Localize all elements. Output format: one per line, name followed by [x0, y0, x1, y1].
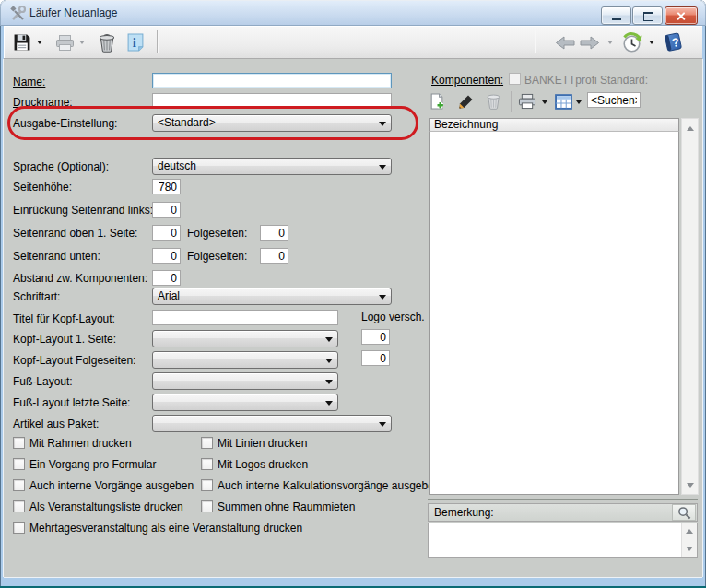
navigation-dropdown-arrow[interactable] — [607, 41, 613, 47]
checkbox-label: Mit Logos drucken — [218, 458, 308, 471]
print-button[interactable] — [53, 30, 76, 54]
suchen-input[interactable] — [587, 92, 641, 108]
sprache-select[interactable]: deutsch — [152, 158, 392, 175]
name-label: Name: — [13, 76, 45, 88]
logo-versch-1-input[interactable] — [361, 329, 390, 345]
komponenten-table-button[interactable] — [552, 90, 574, 112]
history-dropdown-arrow[interactable] — [649, 41, 654, 47]
toolbar-separator-right — [535, 30, 535, 53]
checkbox-label: Ein Vorgang pro Formular — [29, 458, 156, 471]
artikel-aus-paket-select[interactable] — [152, 415, 392, 432]
checkbox-label: Summen ohne Raummieten — [218, 500, 355, 513]
save-button[interactable] — [10, 30, 34, 54]
new-item-icon — [429, 93, 445, 110]
bemerkung-header: Bemerkung: — [428, 503, 698, 522]
chevron-down-icon — [325, 401, 333, 409]
bemerkung-zoom-button[interactable] — [672, 504, 696, 521]
titel-kopf-layout-input[interactable] — [152, 310, 338, 325]
scroll-down-button[interactable] — [682, 545, 697, 557]
checkbox-veranstaltungsliste[interactable] — [13, 500, 25, 512]
seitenhoehe-label: Seitenhöhe: — [13, 181, 72, 194]
print-dropdown-arrow[interactable] — [542, 100, 547, 107]
folgeseiten-unten-input[interactable] — [260, 248, 288, 264]
print-dropdown-arrow[interactable] — [79, 41, 85, 47]
table-dropdown-arrow[interactable] — [576, 100, 582, 107]
close-icon — [677, 11, 687, 21]
panel-splitter[interactable] — [428, 499, 698, 500]
history-clock-icon — [620, 31, 643, 54]
back-button[interactable] — [553, 30, 577, 54]
komponenten-list-scrollbar[interactable] — [681, 118, 699, 495]
ausgabe-einstellung-select[interactable]: <Standard> — [152, 114, 392, 132]
magnifier-icon — [677, 506, 691, 520]
einrueckung-input[interactable] — [152, 202, 181, 218]
kopf-layout-folgeseiten-label: Kopf-Layout Folgeseiten: — [13, 354, 135, 367]
name-input[interactable] — [152, 73, 392, 88]
triangle-down-icon — [687, 483, 694, 491]
main-toolbar: i — [4, 26, 702, 59]
komponente-edit-button[interactable] — [454, 90, 477, 112]
checkbox-mit-logos[interactable] — [201, 458, 213, 470]
scroll-up-button[interactable] — [682, 523, 697, 535]
triangle-up-icon — [686, 525, 693, 534]
toolbar-separator — [157, 30, 158, 53]
folgeseiten-oben-input[interactable] — [260, 225, 288, 241]
scroll-up-button[interactable] — [682, 119, 698, 134]
close-button[interactable] — [665, 6, 698, 25]
fuss-layout-select[interactable] — [152, 372, 338, 390]
abstand-input[interactable] — [152, 270, 181, 286]
minimize-button[interactable] — [601, 6, 631, 25]
chevron-down-icon — [325, 380, 333, 388]
folgeseiten-unten-label: Folgeseiten: — [187, 250, 247, 263]
forward-button[interactable] — [577, 30, 601, 54]
trash-icon — [486, 93, 501, 110]
komponente-delete-button[interactable] — [482, 90, 504, 112]
seitenrand-unten-input[interactable] — [152, 248, 181, 264]
druckname-label: Druckname: — [13, 96, 73, 109]
checkbox-interne-vorgaenge[interactable] — [13, 479, 25, 491]
help-book-icon: ? — [663, 31, 685, 53]
checkbox-kalkulationsvorgaenge[interactable] — [201, 479, 213, 491]
dialog-client-area: Name: Druckname: Ausgabe-Einstellung: Sp… — [4, 59, 702, 577]
bankettprofi-standard-label: BANKETTprofi Standard: — [524, 74, 648, 87]
seitenhoehe-input[interactable] — [152, 179, 181, 194]
bemerkung-textarea[interactable] — [428, 523, 698, 558]
maximize-button[interactable] — [632, 6, 663, 25]
kopf-layout-1-select[interactable] — [152, 330, 338, 347]
artikel-aus-paket-label: Artikel aus Paket: — [13, 417, 99, 430]
checkbox-mit-rahmen[interactable] — [13, 437, 25, 449]
fuss-layout-letzte-select[interactable] — [152, 394, 338, 411]
fuss-layout-letzte-label: Fuß-Layout letzte Seite: — [13, 396, 130, 409]
checkbox-bankettprofi-standard[interactable] — [509, 73, 521, 85]
titlebar[interactable]: Läufer Neuanlage — [0, 0, 706, 26]
maximize-icon — [643, 12, 653, 21]
list-header-bezeichnung[interactable]: Bezeichnung — [429, 118, 679, 132]
delete-button[interactable] — [95, 30, 119, 54]
komponenten-list[interactable] — [429, 132, 679, 495]
triangle-up-icon — [687, 123, 694, 131]
bemerkung-scrollbar[interactable] — [681, 523, 697, 557]
checkbox-label: Als Veranstaltungsliste drucken — [29, 500, 183, 513]
seitenrand-oben-input[interactable] — [152, 225, 181, 241]
checkbox-summen-ohne-raummieten[interactable] — [201, 500, 213, 512]
checkbox-mehrtagesveranstaltung[interactable] — [13, 522, 25, 534]
seitenrand-oben-label: Seitenrand oben 1. Seite: — [13, 227, 137, 240]
checkbox-mit-linien[interactable] — [201, 437, 213, 449]
checkbox-label: Auch interne Vorgänge ausgeben — [29, 479, 194, 492]
checkbox-ein-vorgang[interactable] — [13, 458, 25, 470]
history-button[interactable] — [619, 30, 643, 54]
komponente-new-button[interactable] — [426, 90, 448, 112]
komponenten-label: Komponenten: — [431, 74, 503, 87]
info-button[interactable]: i — [124, 30, 147, 54]
help-button[interactable]: ? — [662, 30, 686, 54]
save-dropdown-arrow[interactable] — [37, 41, 42, 47]
druckname-input[interactable] — [152, 93, 392, 109]
kopf-layout-folgeseiten-select[interactable] — [152, 351, 338, 369]
schriftart-select[interactable]: Arial — [152, 288, 392, 305]
logo-versch-2-input[interactable] — [361, 350, 390, 366]
checkbox-label: Mit Rahmen drucken — [29, 437, 132, 450]
komponenten-print-button[interactable] — [516, 90, 538, 112]
scroll-down-button[interactable] — [682, 479, 698, 494]
window-title: Läufer Neuanlage — [29, 6, 117, 19]
chevron-down-icon — [325, 359, 333, 367]
